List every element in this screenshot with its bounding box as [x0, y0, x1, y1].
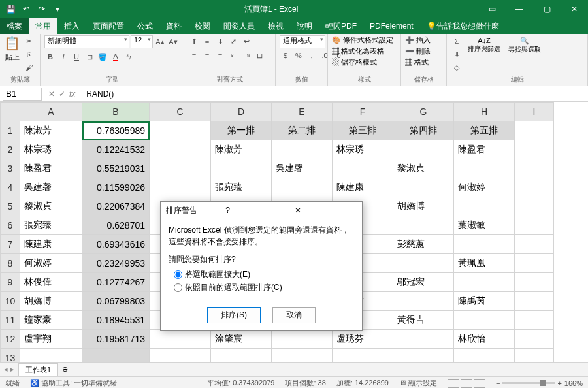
cut-icon[interactable]: ✂: [23, 35, 35, 47]
cell-I1[interactable]: [515, 121, 554, 140]
cell-C13[interactable]: [150, 349, 211, 363]
tab-data[interactable]: 資料: [159, 18, 188, 34]
cell-A7[interactable]: 陳建康: [20, 235, 82, 254]
decrease-indent-icon[interactable]: ⇤: [227, 50, 239, 61]
tab-insert[interactable]: 插入: [57, 18, 86, 34]
display-settings[interactable]: 🖥 顯示設定: [399, 378, 437, 388]
bold-icon[interactable]: B: [44, 51, 56, 63]
maximize-icon[interactable]: ▢: [533, 0, 561, 18]
row-header-10[interactable]: 10: [1, 292, 20, 311]
align-right-icon[interactable]: ≡: [214, 50, 226, 61]
minimize-icon[interactable]: —: [506, 0, 533, 18]
cell-E12[interactable]: [272, 330, 333, 349]
row-header-9[interactable]: 9: [1, 273, 20, 292]
cell-H10[interactable]: 陳禹茵: [454, 292, 515, 311]
cell-A1[interactable]: 陳淑芳: [20, 121, 82, 140]
clear-icon[interactable]: ◇: [451, 61, 463, 73]
cell-G4[interactable]: [393, 178, 454, 197]
row-header-1[interactable]: 1: [1, 121, 20, 140]
cell-G13[interactable]: [393, 349, 454, 363]
format-cells-button[interactable]: ▦ 格式: [405, 57, 429, 67]
cell-I10[interactable]: [515, 292, 554, 311]
col-header-G[interactable]: G: [393, 103, 454, 121]
wrap-text-icon[interactable]: ↩: [240, 35, 252, 47]
qat-more-icon[interactable]: ▾: [51, 3, 64, 16]
redo-icon[interactable]: ↷: [35, 3, 48, 16]
cell-I2[interactable]: [515, 140, 554, 159]
italic-icon[interactable]: I: [57, 51, 69, 63]
cell-G3[interactable]: 黎淑貞: [393, 159, 454, 178]
cell-B8[interactable]: 0.23249953: [82, 254, 150, 273]
row-header-5[interactable]: 5: [1, 197, 20, 216]
fill-color-icon[interactable]: 🪣: [97, 51, 108, 63]
cell-I5[interactable]: [515, 197, 554, 216]
decrease-font-icon[interactable]: A▾: [167, 36, 179, 48]
sheet-nav-next-icon[interactable]: ▸: [10, 365, 14, 374]
cell-A5[interactable]: 黎淑貞: [20, 197, 82, 216]
col-header-A[interactable]: A: [20, 103, 82, 121]
cell-B3[interactable]: 0.55219031: [82, 159, 150, 178]
col-header-F[interactable]: F: [333, 103, 393, 121]
ribbon-options-icon[interactable]: ▭: [478, 0, 506, 18]
cell-A3[interactable]: 陳盈君: [20, 159, 82, 178]
cell-E2[interactable]: [272, 140, 333, 159]
cell-F1[interactable]: 第三排: [333, 121, 393, 140]
border-icon[interactable]: ⊞: [84, 51, 95, 63]
formula-input[interactable]: [79, 88, 588, 101]
cell-B9[interactable]: 0.12774267: [82, 273, 150, 292]
row-header-11[interactable]: 11: [1, 311, 20, 330]
col-header-I[interactable]: I: [515, 103, 554, 121]
autosum-icon[interactable]: Σ: [451, 35, 463, 47]
cell-I3[interactable]: [515, 159, 554, 178]
cell-D12[interactable]: 涂肇宸: [211, 330, 272, 349]
cell-styles-button[interactable]: ▧ 儲存格樣式: [332, 57, 377, 67]
cell-I12[interactable]: [515, 330, 554, 349]
tab-review[interactable]: 校閱: [188, 18, 217, 34]
cell-I6[interactable]: [515, 216, 554, 235]
radio-expand[interactable]: [174, 270, 182, 279]
cell-H5[interactable]: [454, 197, 515, 216]
font-size-select[interactable]: 12: [131, 35, 153, 48]
cell-H2[interactable]: 陳盈君: [454, 140, 515, 159]
cell-A12[interactable]: 盧宇翔: [20, 330, 82, 349]
underline-icon[interactable]: U: [71, 51, 82, 63]
tell-me[interactable]: 💡 告訴我您想做什麼: [420, 18, 506, 34]
tab-home[interactable]: 常用: [29, 18, 57, 34]
row-header-13[interactable]: 13: [1, 349, 20, 363]
cell-G1[interactable]: 第四排: [393, 121, 454, 140]
row-header-7[interactable]: 7: [1, 235, 20, 254]
view-normal-icon[interactable]: [448, 379, 459, 388]
cell-D1[interactable]: 第一排: [211, 121, 272, 140]
align-left-icon[interactable]: ≡: [188, 50, 200, 61]
cell-F12[interactable]: 盧琇芬: [333, 330, 393, 349]
undo-icon[interactable]: ↶: [20, 3, 33, 16]
select-all-corner[interactable]: [1, 103, 20, 121]
cell-E4[interactable]: [272, 178, 333, 197]
cell-I8[interactable]: [515, 254, 554, 273]
sort-filter-button[interactable]: A↓Z 排序與篩選: [465, 35, 503, 55]
cell-H6[interactable]: 葉淑敏: [454, 216, 515, 235]
cell-B13[interactable]: [82, 349, 150, 363]
cell-H13[interactable]: [454, 349, 515, 363]
align-center-icon[interactable]: ≡: [201, 50, 213, 61]
increase-indent-icon[interactable]: ⇥: [240, 50, 252, 61]
cell-B2[interactable]: 0.12241532: [82, 140, 150, 159]
orientation-icon[interactable]: ⤢: [227, 35, 239, 47]
cancel-button[interactable]: 取消: [272, 307, 316, 323]
view-layout-icon[interactable]: [461, 379, 472, 388]
tab-view[interactable]: 檢視: [261, 18, 290, 34]
cell-B12[interactable]: 0.19581713: [82, 330, 150, 349]
tab-file[interactable]: 檔案: [0, 18, 29, 34]
cell-D3[interactable]: [211, 159, 272, 178]
col-header-C[interactable]: C: [150, 103, 211, 121]
copy-icon[interactable]: ⎘: [23, 48, 35, 60]
cell-H9[interactable]: [454, 273, 515, 292]
cell-F13[interactable]: [333, 349, 393, 363]
cell-C1[interactable]: [150, 121, 211, 140]
font-color-icon[interactable]: A: [110, 51, 122, 63]
zoom-level[interactable]: 166%: [564, 380, 583, 387]
radio-current[interactable]: [174, 283, 182, 292]
font-name-select[interactable]: 新細明體: [44, 35, 129, 48]
fill-icon[interactable]: ⬇: [451, 48, 463, 60]
cell-G5[interactable]: 胡嬌博: [393, 197, 454, 216]
